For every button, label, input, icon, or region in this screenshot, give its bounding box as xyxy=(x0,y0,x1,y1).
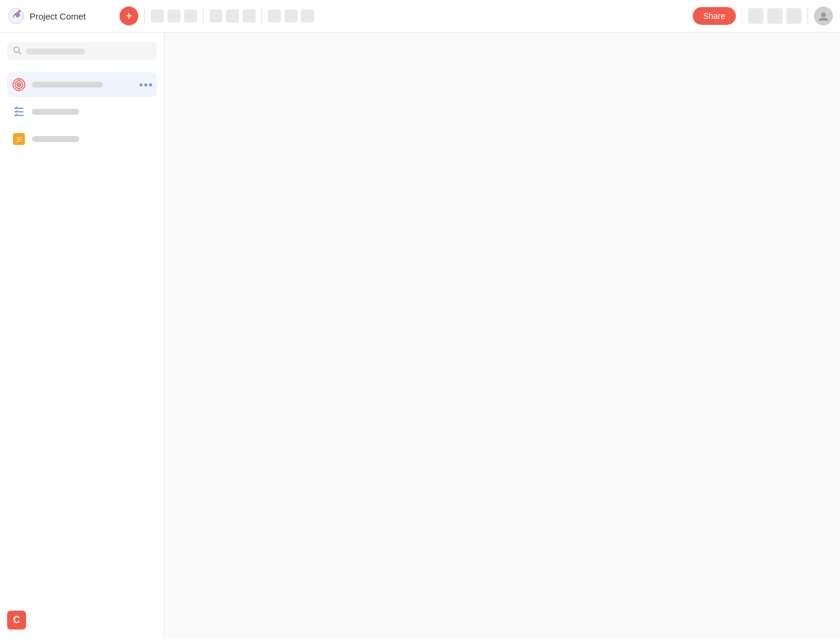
more-dot xyxy=(144,83,147,86)
toolbar-group-2 xyxy=(209,9,256,22)
toolbar-item[interactable] xyxy=(184,9,197,22)
sidebar-item-notes-label xyxy=(32,136,79,142)
right-toolbar-item[interactable] xyxy=(767,8,783,24)
more-dot xyxy=(140,83,143,86)
toolbar-item[interactable] xyxy=(226,9,239,22)
right-toolbar-item[interactable] xyxy=(786,8,802,24)
svg-line-4 xyxy=(19,52,21,54)
avatar[interactable] xyxy=(814,7,833,25)
sidebar-item-checklist[interactable] xyxy=(7,99,157,124)
right-toolbar-item[interactable] xyxy=(748,8,764,24)
toolbar-item[interactable] xyxy=(285,9,298,22)
target-icon xyxy=(12,78,26,92)
checklist-icon xyxy=(12,105,26,119)
sidebar-item-checklist-label xyxy=(32,109,79,115)
sidebar-items-list xyxy=(7,72,157,151)
note-icon-box xyxy=(13,133,25,145)
divider-2 xyxy=(203,7,203,25)
sidebar-item-goals-label xyxy=(32,82,103,88)
app-logo-icon xyxy=(7,7,25,25)
sidebar-item-notes[interactable] xyxy=(7,127,157,151)
header-right-icons xyxy=(748,8,802,24)
sidebar-item-goals[interactable] xyxy=(7,72,157,97)
toolbar-item[interactable] xyxy=(243,9,256,22)
divider-3 xyxy=(261,7,262,25)
search-bar[interactable] xyxy=(7,42,157,60)
search-placeholder xyxy=(26,49,85,54)
divider-1 xyxy=(144,7,145,25)
more-options-button[interactable] xyxy=(140,83,152,86)
toolbar-group-1 xyxy=(151,9,197,22)
toolbar-item[interactable] xyxy=(209,9,222,22)
toolbar-item[interactable] xyxy=(151,9,164,22)
brand-logo-button[interactable]: C xyxy=(7,611,26,630)
svg-point-1 xyxy=(18,10,21,12)
sidebar: C xyxy=(0,33,164,639)
svg-point-2 xyxy=(821,12,826,17)
toolbar-item[interactable] xyxy=(268,9,281,22)
divider-4 xyxy=(742,7,742,25)
main-content xyxy=(164,33,840,639)
main-layout: C xyxy=(0,33,840,639)
app-header: Project Comet + Share xyxy=(0,0,840,33)
toolbar-item[interactable] xyxy=(301,9,314,22)
logo-area: Project Comet xyxy=(7,7,114,25)
divider-5 xyxy=(807,7,808,25)
sidebar-bottom-logo: C xyxy=(7,611,26,630)
toolbar-group-3 xyxy=(268,9,314,22)
svg-point-8 xyxy=(18,84,20,86)
share-button[interactable]: Share xyxy=(693,7,736,25)
app-title: Project Comet xyxy=(30,11,86,21)
toolbar-item[interactable] xyxy=(167,9,180,22)
note-icon xyxy=(12,132,26,146)
more-dot xyxy=(149,83,152,86)
search-icon xyxy=(13,46,21,56)
add-button[interactable]: + xyxy=(119,7,138,25)
